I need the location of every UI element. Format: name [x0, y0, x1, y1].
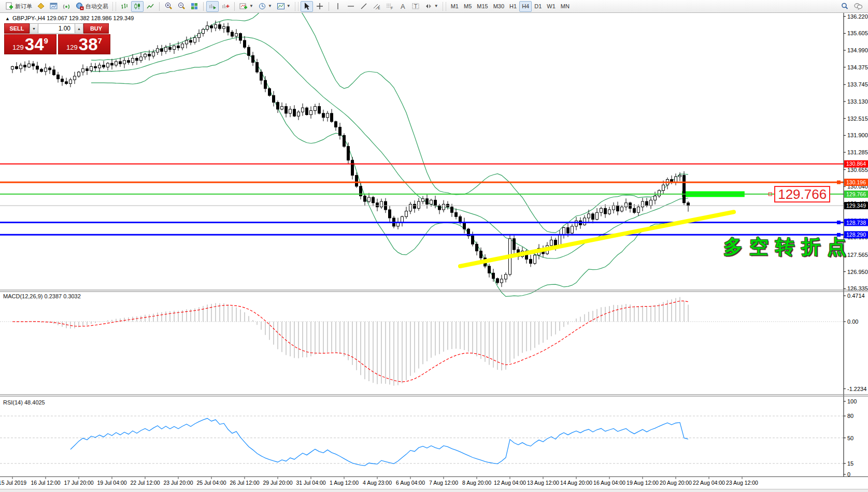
new-order-button[interactable]: 新订单 [3, 1, 34, 12]
candle-up [198, 34, 201, 38]
sell-quote-box[interactable]: 129 34 9 [4, 34, 56, 54]
symbol-title: ▲GBPJPY-,H4 129.067 129.382 128.986 129.… [5, 15, 134, 21]
chart-shift-button[interactable] [219, 1, 232, 12]
tile-windows-button[interactable] [188, 1, 201, 12]
buy-price-sup: 7 [98, 36, 102, 45]
timeframe-M1[interactable]: M1 [448, 1, 461, 12]
line-chart-mode-button[interactable] [144, 1, 156, 12]
candle-down [252, 55, 254, 62]
search-button[interactable] [838, 1, 851, 12]
bar-chart-icon [120, 2, 129, 10]
horizontal-line-icon [347, 2, 355, 10]
candle-up [98, 65, 101, 68]
zoom-in-button[interactable] [162, 1, 175, 12]
level-endpoint-marker[interactable] [837, 180, 841, 184]
candle-up [608, 210, 611, 214]
candle-up [326, 113, 329, 118]
signals-button[interactable] [61, 1, 73, 12]
price-axis-label: 131.285 [847, 149, 868, 155]
metaeditor-icon [37, 2, 45, 10]
candlestick-mode-button[interactable] [131, 1, 144, 12]
candle-up [152, 52, 155, 56]
sell-button[interactable]: SELL [4, 23, 30, 34]
candle-down [687, 203, 690, 206]
auto-scroll-button[interactable] [206, 1, 219, 12]
timeframe-M30[interactable]: M30 [491, 1, 507, 12]
fibonacci-button[interactable]: F [383, 1, 396, 12]
buy-button[interactable]: BUY [83, 23, 109, 34]
timeframe-M15[interactable]: M15 [474, 1, 490, 12]
candle-up [418, 201, 420, 208]
candle-down [136, 59, 138, 61]
timeframe-D1[interactable]: D1 [532, 1, 544, 12]
timeframe-H1[interactable]: H1 [507, 1, 519, 12]
time-axis[interactable]: 15 Jul 201916 Jul 12:0017 Jul 20:0019 Ju… [0, 480, 868, 488]
new-chart-icon [50, 2, 58, 10]
candle-up [90, 66, 93, 70]
volume-decrease-button[interactable]: ▼ [30, 23, 38, 34]
crosshair-button[interactable] [314, 1, 326, 12]
candle-up [422, 199, 424, 201]
candle-up [401, 216, 404, 222]
candle-down [455, 212, 458, 216]
metaeditor-button[interactable] [35, 1, 47, 12]
autotrading-button[interactable]: 自动交易 [74, 1, 110, 12]
candle-up [202, 30, 205, 34]
candle-up [115, 62, 118, 65]
price-axis-label: 135.605 [847, 30, 868, 36]
timeframe-MN[interactable]: MN [558, 1, 572, 12]
candle-down [32, 64, 35, 66]
timeframe-H4[interactable]: H4 [519, 1, 532, 12]
vertical-line-button[interactable] [332, 1, 344, 12]
volume-input[interactable] [38, 23, 75, 34]
candle-down [343, 135, 346, 146]
bar-chart-mode-button[interactable] [118, 1, 131, 12]
candle-up [621, 207, 623, 211]
toolbar-separator [329, 2, 329, 11]
trendline-button[interactable] [358, 1, 370, 12]
timeframe-W1[interactable]: W1 [544, 1, 558, 12]
candle-down [339, 127, 341, 135]
indicators-button[interactable]: ▼ [237, 1, 255, 12]
candle-down [244, 40, 246, 47]
level-endpoint-marker[interactable] [837, 221, 841, 224]
candle-up [302, 108, 304, 112]
rsi-axis-label: 100 [847, 398, 857, 404]
equidistant-channel-button[interactable]: E [371, 1, 383, 12]
svg-text:F: F [391, 6, 393, 10]
buy-quote-box[interactable]: 129 38 7 [58, 34, 110, 54]
volume-increase-button[interactable]: ▲ [75, 23, 83, 34]
chart-shift-icon [221, 2, 230, 10]
templates-button[interactable]: ▼ [275, 1, 293, 12]
chart-annotation-text[interactable]: 多空转折点 [723, 234, 853, 260]
candle-up [206, 26, 209, 30]
periods-button[interactable]: ▼ [256, 1, 274, 12]
channel-icon: E [373, 2, 381, 10]
candle-down [264, 80, 267, 89]
text-label-button[interactable]: T [409, 1, 422, 12]
main-toolbar: 新订单 自动交易 [0, 0, 868, 13]
price-level-badge-text: 130.196 [846, 179, 866, 185]
candle-down [351, 160, 354, 175]
candle-down [24, 65, 26, 67]
candle-down [256, 62, 259, 72]
text-button[interactable]: A [396, 1, 409, 12]
candle-down [426, 199, 429, 205]
crosshair-icon [316, 2, 324, 10]
cursor-button[interactable] [301, 1, 313, 12]
rsi-axis-label: 15 [847, 460, 853, 467]
candle-up [289, 109, 292, 113]
new-chart-button[interactable] [48, 1, 60, 12]
horizontal-line-button[interactable] [345, 1, 357, 12]
candle-down [103, 65, 105, 67]
candle-down [355, 175, 358, 186]
zoom-out-button[interactable] [175, 1, 188, 12]
candle-down [331, 113, 333, 122]
chat-button[interactable] [851, 1, 865, 12]
price-callout-label[interactable]: 129.766 [774, 186, 830, 202]
arrows-button[interactable]: ▼ [422, 1, 440, 12]
candle-down [40, 69, 43, 71]
collapse-arrow-icon[interactable]: ▲ [5, 16, 10, 21]
candle-down [36, 66, 39, 69]
timeframe-M5[interactable]: M5 [461, 1, 474, 12]
